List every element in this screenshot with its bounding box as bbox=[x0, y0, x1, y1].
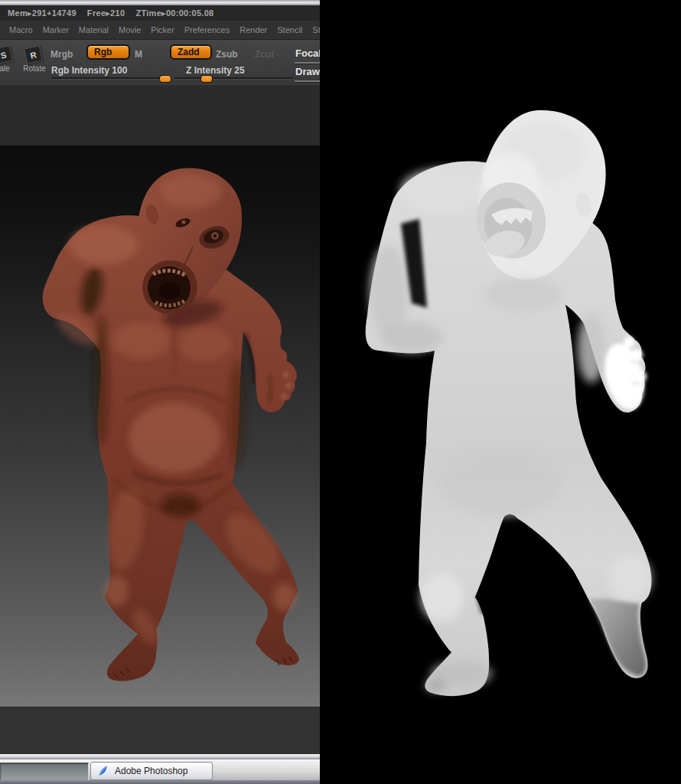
depth-figure bbox=[320, 0, 681, 784]
focal-underline bbox=[295, 62, 320, 64]
rgb-intensity-handle[interactable] bbox=[159, 75, 171, 83]
zsub-button[interactable]: Zsub bbox=[216, 49, 238, 60]
z-intensity-handle[interactable] bbox=[200, 75, 213, 83]
mem-stat: Mem▸291+14749 bbox=[8, 8, 77, 18]
canvas-top-gutter bbox=[0, 84, 320, 146]
focal-label[interactable]: Focal bbox=[295, 47, 321, 59]
z-intensity-slider[interactable] bbox=[174, 77, 293, 79]
draw-label[interactable]: Draw bbox=[295, 66, 320, 77]
taskbar: Adobe Photoshop bbox=[0, 760, 320, 784]
stats-bar: Mem▸291+14749 Free▸210 ZTime▸00:00:05.08 bbox=[0, 5, 320, 21]
menu-item-render[interactable]: Render bbox=[239, 25, 267, 34]
menu-item-macro[interactable]: Macro bbox=[9, 25, 33, 34]
menu-item-stencil[interactable]: Stencil bbox=[277, 25, 302, 34]
rgb-intensity-slider[interactable] bbox=[52, 77, 170, 79]
menu-item-movie[interactable]: Movie bbox=[119, 25, 141, 34]
zbrush-window: Mem▸291+14749 Free▸210 ZTime▸00:00:05.08… bbox=[0, 0, 320, 784]
menu-item-material[interactable]: Material bbox=[79, 25, 109, 34]
rotate-tool-button[interactable]: R Rotate bbox=[24, 46, 42, 64]
rgb-intensity-label: Rgb Intensity 100 bbox=[51, 65, 127, 76]
sculpt-canvas[interactable] bbox=[0, 145, 320, 707]
ztime-stat: ZTime▸00:00:05.08 bbox=[135, 8, 213, 18]
scale-tool-button[interactable]: S ale bbox=[0, 46, 12, 64]
photoshop-feather-icon bbox=[97, 765, 109, 777]
rgb-button[interactable]: Rgb bbox=[86, 44, 130, 60]
mrgb-button[interactable]: Mrgb bbox=[51, 49, 73, 60]
zadd-button[interactable]: Zadd bbox=[170, 44, 212, 60]
menu-bar: t Macro Marker Material Movie Picker Pre… bbox=[0, 21, 320, 40]
menu-item-marker[interactable]: Marker bbox=[43, 25, 69, 34]
draw-underline bbox=[295, 80, 320, 82]
zcut-button[interactable]: Zcut bbox=[255, 49, 274, 60]
zbrush-bottom-bar bbox=[0, 707, 320, 755]
z-intensity-label: Z Intensity 25 bbox=[186, 65, 245, 76]
scale-icon: S bbox=[0, 45, 13, 64]
photoshop-task-button[interactable]: Adobe Photoshop bbox=[90, 762, 213, 780]
menu-item-preferences[interactable]: Preferences bbox=[184, 25, 230, 34]
screen: Mem▸291+14749 Free▸210 ZTime▸00:00:05.08… bbox=[0, 0, 681, 784]
menu-item-picker[interactable]: Picker bbox=[151, 25, 174, 34]
depth-render-pane bbox=[320, 0, 681, 784]
sculpt-figure bbox=[0, 145, 320, 707]
toolbar: S ale R Rotate Mrgb Rgb M Zadd Zsub Zcut… bbox=[0, 40, 320, 84]
window-bottom-edge bbox=[0, 754, 320, 760]
window-top-edge bbox=[0, 0, 320, 5]
rotate-icon: R bbox=[24, 45, 43, 64]
taskbar-tray-area[interactable] bbox=[0, 763, 89, 780]
free-stat: Free▸210 bbox=[87, 8, 125, 18]
depth-far-foot bbox=[589, 599, 646, 676]
m-button[interactable]: M bbox=[135, 49, 142, 60]
